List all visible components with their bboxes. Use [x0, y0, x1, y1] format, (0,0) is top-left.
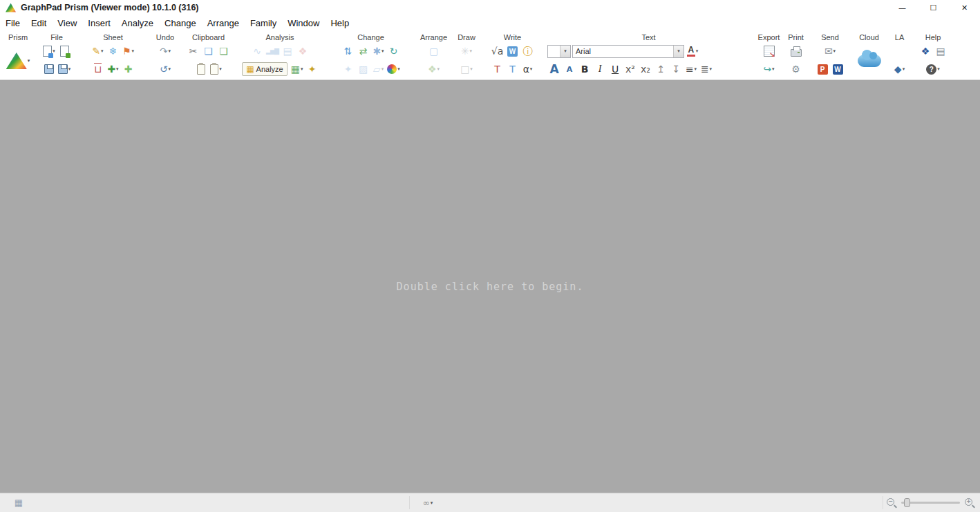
line-spacing-icon[interactable]: ≣▾	[699, 61, 713, 77]
rename-sheet-icon[interactable]: ✎▾	[91, 43, 105, 59]
add-sheet-icon[interactable]: ✚▾	[106, 61, 120, 77]
zoom-slider-thumb[interactable]	[904, 498, 910, 507]
wizard-icon[interactable]: ✦	[305, 61, 319, 77]
align-text-icon[interactable]: ≡▾	[684, 61, 698, 77]
print-icon[interactable]	[789, 43, 803, 59]
sort-icon[interactable]: ⇅	[341, 43, 355, 59]
rotate-text-down-icon[interactable]: ↧	[669, 61, 683, 77]
draw-tool-icon[interactable]: ✳▾	[460, 43, 473, 59]
chevron-down-icon[interactable]: ▾	[673, 46, 684, 57]
superscript-icon[interactable]: x²	[623, 61, 637, 77]
subscript-icon[interactable]: x₂	[639, 61, 652, 77]
bold-icon[interactable]: B	[578, 61, 592, 77]
zoom-out-icon[interactable]: −	[887, 498, 896, 508]
text-tool-icon[interactable]: T	[491, 61, 505, 77]
font-color-icon[interactable]: A▾	[686, 43, 699, 59]
text-box-icon[interactable]: T	[506, 61, 520, 77]
magic-wand-icon[interactable]: ✦	[341, 61, 355, 77]
zoom-slider[interactable]	[901, 502, 960, 504]
italic-icon[interactable]: I	[593, 61, 607, 77]
plot-selected-icon[interactable]: ▂▅▇	[265, 43, 279, 59]
recalculate-icon[interactable]: ↻	[387, 43, 401, 59]
increase-font-icon[interactable]: A	[547, 61, 561, 77]
transpose-icon[interactable]: ⇄	[357, 43, 370, 59]
freeze-sheet-icon[interactable]: ❄	[106, 43, 120, 59]
menu-item-edit[interactable]: Edit	[26, 17, 52, 30]
redo-icon[interactable]: ↷▾	[158, 43, 172, 59]
save-icon[interactable]	[42, 61, 56, 77]
prism-cloud-icon[interactable]	[858, 53, 881, 69]
toolbar-group-analysis: Analysis∿▂▅▇▤❖▦Analyze▦▾✦	[235, 31, 325, 79]
underline-icon[interactable]: U	[608, 61, 622, 77]
link-icon: ∞	[423, 499, 430, 507]
change-graph-type-icon[interactable]: ▱▾	[372, 61, 386, 77]
menu-item-insert[interactable]: Insert	[82, 17, 116, 30]
toolbar-group-label: Cloud	[851, 31, 887, 42]
guides-icon[interactable]: ▤	[934, 43, 948, 59]
document-canvas[interactable]: Double click here to begin.	[0, 80, 980, 493]
undo-icon[interactable]: ↺▾	[158, 61, 172, 77]
rotate-text-up-icon[interactable]: ↥	[654, 61, 668, 77]
status-link-dropdown[interactable]: ∞ ▾	[421, 495, 435, 511]
toolbar-group-label: Change	[325, 31, 417, 42]
group-objects-icon[interactable]: ❖▾	[427, 61, 441, 77]
info-note-icon[interactable]: ⓘ	[521, 43, 535, 59]
send-word-icon[interactable]: W	[831, 61, 845, 77]
chevron-down-icon: ▾	[132, 48, 135, 54]
toolbar-group-sheet: Sheet✎▾❄⚑▾⊔✚▾✚	[77, 31, 149, 79]
canvas-placeholder-text: Double click here to begin.	[397, 281, 584, 293]
status-sheet-icon[interactable]: ▦	[12, 495, 26, 511]
delete-sheet-icon[interactable]: ⊔	[91, 61, 105, 77]
copy-icon[interactable]: ❏	[202, 43, 216, 59]
zoom-in-icon[interactable]: +	[965, 498, 974, 508]
menu-item-help[interactable]: Help	[325, 17, 355, 30]
exclude-values-icon[interactable]: ✱▾	[372, 43, 386, 59]
embed-word-icon[interactable]: W	[506, 43, 520, 59]
menu-item-change[interactable]: Change	[159, 17, 202, 30]
export-image-icon[interactable]	[762, 43, 776, 59]
draw-shape-icon[interactable]: □▾	[460, 61, 473, 77]
new-analysis-icon[interactable]: ▦▾	[290, 61, 304, 77]
format-graph-icon[interactable]: ▨	[357, 61, 370, 77]
cut-icon[interactable]: ✂	[187, 43, 200, 59]
labarchives-icon[interactable]: ◆▾	[893, 61, 907, 77]
new-family-icon[interactable]: ✚	[122, 61, 135, 77]
view-results-icon[interactable]: ▤	[281, 43, 294, 59]
page-setup-icon[interactable]: ⚙	[789, 61, 803, 77]
toolbar-group-text: Text▾Arial▾A▾AABIUx²x₂↥↧≡▾≣▾	[543, 31, 755, 79]
decrease-font-icon[interactable]: A	[563, 61, 576, 77]
menu-item-family[interactable]: Family	[245, 17, 282, 30]
greek-symbols-icon[interactable]: α▾	[521, 61, 535, 77]
paste-icon[interactable]	[194, 61, 208, 77]
help-icon[interactable]: ?▾	[926, 61, 940, 77]
equation-icon[interactable]: √a	[491, 43, 505, 59]
font-name-combo[interactable]: Arial▾	[572, 43, 684, 59]
prism-logo-icon[interactable]: ▾	[6, 53, 30, 69]
close-button[interactable]: ✕	[949, 0, 980, 15]
chevron-down-icon[interactable]: ▾	[560, 46, 570, 57]
interpolate-icon[interactable]: ∿	[250, 43, 264, 59]
arrange-objects-icon[interactable]: ▢	[427, 43, 441, 59]
send-powerpoint-icon[interactable]: P	[816, 61, 829, 77]
menu-item-window[interactable]: Window	[282, 17, 325, 30]
chevron-down-icon: ▾	[397, 66, 400, 72]
save-as-icon[interactable]: ▾	[57, 61, 71, 77]
open-file-icon[interactable]	[57, 43, 71, 59]
menu-item-view[interactable]: View	[52, 17, 82, 30]
academy-icon[interactable]: ❖	[918, 43, 932, 59]
maximize-button[interactable]: ☐	[918, 0, 949, 15]
export-sheet-icon[interactable]: ↪▾	[762, 61, 776, 77]
font-size-combo[interactable]: ▾	[547, 43, 571, 59]
paste-special-icon[interactable]: ▾	[209, 61, 223, 77]
minimize-button[interactable]: —	[887, 0, 918, 15]
color-scheme-icon[interactable]: ▾	[387, 61, 401, 77]
pin-sheet-icon[interactable]: ⚑▾	[122, 43, 135, 59]
send-email-icon[interactable]: ✉▾	[823, 43, 837, 59]
analyze-button[interactable]: ▦Analyze	[241, 61, 288, 77]
menu-item-file[interactable]: File	[0, 17, 26, 30]
menu-item-analyze[interactable]: Analyze	[116, 17, 159, 30]
menu-item-arrange[interactable]: Arrange	[202, 17, 245, 30]
copy-family-icon[interactable]: ❏	[217, 43, 231, 59]
new-file-icon[interactable]: ▾	[42, 43, 56, 59]
apply-analysis-icon[interactable]: ❖	[296, 43, 310, 59]
